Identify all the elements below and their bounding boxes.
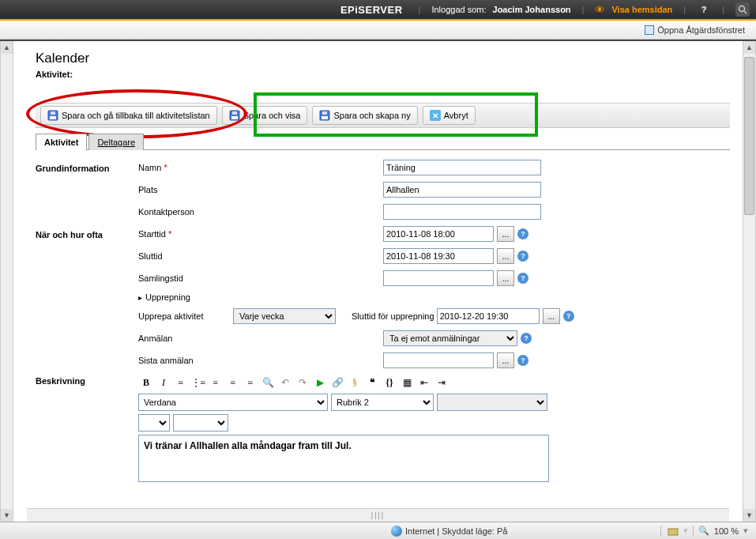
separator: | <box>582 5 585 14</box>
save-icon <box>229 110 240 121</box>
status-icon[interactable] <box>668 526 679 537</box>
rte-toolbar-3 <box>138 414 730 432</box>
logged-in-label: Inloggad som: <box>431 5 486 14</box>
svg-point-0 <box>739 6 745 12</box>
size-select-2[interactable] <box>173 414 228 432</box>
label-signup: Anmälan <box>138 334 257 343</box>
scrollbar-horizontal[interactable]: |||| <box>27 508 729 522</box>
quote-button[interactable]: ❝ <box>364 375 380 390</box>
place-field[interactable] <box>383 182 541 198</box>
name-field[interactable] <box>383 160 541 175</box>
gather-picker-button[interactable]: ... <box>497 270 514 286</box>
undo-button[interactable]: ↶ <box>277 375 293 390</box>
label-end: Sluttid <box>138 251 257 261</box>
tab-strip: Aktivitet Deltagare <box>36 133 730 150</box>
extra-select[interactable] <box>437 394 547 411</box>
scroll-grip-icon: |||| <box>371 511 385 519</box>
save-and-back-label: Spara och gå tillbaka till aktivitetslis… <box>62 111 210 120</box>
bold-button[interactable]: B <box>138 375 154 390</box>
save-icon <box>47 110 58 121</box>
find-button[interactable]: 🔍 <box>260 375 276 390</box>
zoom-dropdown[interactable]: ▾ <box>743 526 748 536</box>
separator: | <box>683 5 686 14</box>
numbered-list-button[interactable]: ≡ <box>173 375 189 390</box>
svg-rect-3 <box>50 116 56 119</box>
save-and-new-button[interactable]: Spara och skapa ny <box>312 106 417 125</box>
eye-icon: 👁 <box>595 4 605 16</box>
bullet-list-button[interactable]: ⋮≡ <box>190 375 206 390</box>
search-icon[interactable] <box>735 2 750 17</box>
scroll-thumb[interactable] <box>744 57 754 215</box>
help-icon[interactable]: ? <box>517 355 528 366</box>
end-picker-button[interactable]: ... <box>497 248 514 264</box>
scrollbar-right[interactable]: ▲ ▼ <box>743 41 756 522</box>
end-field[interactable] <box>383 248 494 264</box>
globe-icon <box>391 526 402 537</box>
insert-button[interactable]: ▶ <box>312 375 328 390</box>
outdent-button[interactable]: ⇤ <box>416 375 432 390</box>
italic-button[interactable]: I <box>156 375 171 390</box>
scroll-down-icon[interactable]: ▼ <box>743 509 755 522</box>
repeat-select[interactable]: Varje vecka <box>233 308 336 324</box>
save-and-view-label: Spara och visa <box>243 111 301 120</box>
scroll-up-icon[interactable]: ▲ <box>743 41 755 54</box>
label-repeat-end: Sluttid för upprepning <box>352 311 434 321</box>
link-button[interactable]: 🔗 <box>329 375 345 390</box>
zoom-icon[interactable]: 🔍 <box>698 526 709 536</box>
label-place: Plats <box>138 185 257 194</box>
scrollbar-left[interactable]: ▲ ▼ <box>0 41 13 522</box>
sub-bar: Öppna Åtgärdsfönstret <box>0 21 756 40</box>
help-button[interactable]: ? <box>697 2 711 17</box>
help-icon[interactable]: ? <box>517 273 528 284</box>
align-right-button[interactable]: ≡ <box>243 375 258 390</box>
start-picker-button[interactable]: ... <box>497 226 514 242</box>
last-signup-field[interactable] <box>383 352 494 368</box>
save-and-view-button[interactable]: Spara och visa <box>222 106 308 125</box>
open-action-window-link[interactable]: Öppna Åtgärdsfönstret <box>657 25 745 35</box>
align-center-button[interactable]: ≡ <box>225 375 241 390</box>
contact-field[interactable] <box>383 204 541 220</box>
help-icon[interactable]: ? <box>517 228 528 239</box>
save-and-back-button[interactable]: Spara och gå tillbaka till aktivitetslis… <box>40 106 217 125</box>
redo-button[interactable]: ↷ <box>295 375 310 390</box>
svg-rect-11 <box>668 529 678 535</box>
section-description: Beskrivning <box>36 375 138 386</box>
action-toolbar: Spara och gå tillbaka till aktivitetslis… <box>36 103 730 128</box>
gather-field[interactable] <box>383 270 494 286</box>
cancel-icon: ✕ <box>430 110 441 121</box>
logged-in-user: Joacim Johansson <box>493 5 571 14</box>
last-signup-picker-button[interactable]: ... <box>497 352 514 368</box>
save-and-new-label: Spara och skapa ny <box>333 111 410 120</box>
help-icon[interactable]: ? <box>563 311 574 322</box>
align-left-button[interactable]: ≡ <box>208 375 224 390</box>
size-select-1[interactable] <box>138 414 170 432</box>
start-field[interactable] <box>383 226 494 242</box>
repeat-end-field[interactable] <box>437 308 540 324</box>
logo: EPiSERVER <box>340 4 403 16</box>
signup-select[interactable]: Ta ej emot anmälningar <box>383 330 517 346</box>
top-bar: EPiSERVER | Inloggad som: Joacim Johanss… <box>0 0 756 21</box>
label-gather: Samlingstid <box>138 273 257 283</box>
view-site-link[interactable]: Visa hemsidan <box>611 5 672 14</box>
cancel-button[interactable]: ✕ Avbryt <box>423 106 476 125</box>
repeat-end-picker-button[interactable]: ... <box>543 308 560 324</box>
scroll-up-icon[interactable]: ▲ <box>1 41 13 54</box>
svg-rect-6 <box>231 116 238 119</box>
help-icon[interactable]: ? <box>521 333 532 344</box>
font-select[interactable]: Verdana <box>138 394 328 411</box>
label-name: Namn * <box>138 163 257 172</box>
anchor-button[interactable]: § <box>347 375 363 390</box>
repeat-expander[interactable]: Upprepning <box>138 292 257 302</box>
scroll-down-icon[interactable]: ▼ <box>1 509 13 522</box>
help-icon[interactable]: ? <box>517 251 528 262</box>
indent-button[interactable]: ⇥ <box>434 375 449 390</box>
page-title: Kalender <box>36 51 730 66</box>
code-button[interactable]: {} <box>382 375 397 390</box>
separator: | <box>722 5 724 14</box>
tab-activity[interactable]: Aktivitet <box>36 134 87 150</box>
table-button[interactable]: ▦ <box>399 375 415 390</box>
description-editor[interactable]: Vi tränar i Allhallen alla måndagar fram… <box>138 435 549 482</box>
label-repeat-activity: Upprepa aktivitet <box>138 311 233 321</box>
tab-participants[interactable]: Deltagare <box>88 134 144 150</box>
style-select[interactable]: Rubrik 2 <box>331 394 434 411</box>
